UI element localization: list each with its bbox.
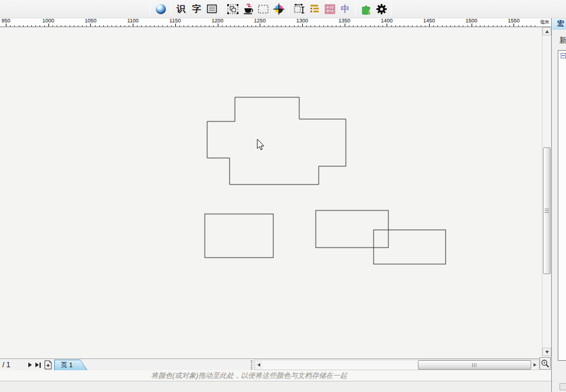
ruler-tick [213,25,214,27]
ruler-tick [509,25,510,27]
dimension-icon [294,4,305,14]
toolbar-separator [391,2,392,15]
thumb-grip-icon [472,363,477,367]
ruler-tick [243,25,244,27]
globe-button[interactable] [153,2,168,16]
color-wheel-button[interactable] [271,2,286,16]
ruler-tick [273,25,273,27]
page-tab[interactable]: 页 1 [54,360,87,370]
ruler-tick [137,25,138,27]
document-palette-strip[interactable] [0,381,551,392]
ruler-tick [450,25,451,27]
ruler-tick [531,25,531,27]
ruler-tick [412,25,413,27]
mouse-cursor [257,139,264,150]
recognize-button[interactable]: 识 [174,2,189,16]
ruler-tick [103,25,104,27]
list-options-button[interactable] [307,2,322,16]
ruler-tick [323,25,324,27]
center-char-button[interactable]: 中 [338,2,353,16]
ruler-tick [74,25,74,27]
ruler-tick [44,25,45,27]
settings-button[interactable] [374,2,389,16]
scroll-up-button[interactable] [542,27,551,35]
ruler-tick [40,25,40,27]
numbered-grid-icon: 3 4 1 5 [325,4,335,14]
ruler-tick [391,25,392,27]
arrow-right-icon [534,363,536,367]
ruler-tick [226,25,227,27]
ruler-tick [116,25,116,27]
ruler-tick [535,25,535,27]
toolbar-separator [171,2,171,15]
marquee-button[interactable] [256,2,271,16]
ruler-tick [365,25,366,27]
ruler-tick [370,25,371,27]
ruler-tick [467,25,468,27]
ruler-tick [238,25,239,27]
ruler-tick [48,24,49,27]
magnifier-icon [541,359,549,368]
ruler-tick [205,25,205,27]
ruler-tick [57,25,57,27]
ruler-tick [285,25,286,27]
drawing-canvas[interactable] [0,27,542,358]
docker-title[interactable]: 宏 [552,18,566,29]
pagebar-splitter[interactable] [251,360,253,370]
ruler-tick [27,25,28,27]
numbered-grid-button[interactable]: 3 4 1 5 [322,2,338,16]
ruler-tick [513,24,514,27]
ruler-tick [387,24,387,27]
vertical-scroll-thumb[interactable] [543,147,551,274]
ruler-tick [488,25,489,27]
ruler-tick [19,25,19,27]
ruler-tick [222,25,223,27]
vertical-scrollbar[interactable] [542,27,551,356]
tree-collapse-icon[interactable] [561,53,566,58]
scroll-right-button[interactable] [531,360,539,370]
docker-partial-button[interactable] [560,383,566,390]
ruler-tick [162,25,163,27]
rectangle-2[interactable] [316,210,388,248]
horizontal-scrollbar[interactable] [254,360,539,370]
page-indicator: / 1 [2,361,10,369]
scroll-down-button[interactable] [542,348,551,356]
document-list-button[interactable] [204,2,220,16]
plugin-button[interactable] [358,2,374,16]
center-char-icon: 中 [341,4,350,15]
h-ruler[interactable]: 9501000105011001150120012501300135014001… [0,18,551,27]
thumb-grip-icon [545,209,549,213]
last-page-button[interactable] [34,361,42,369]
ruler-tick [408,25,408,27]
ruler-tick [400,25,400,27]
ruler-tick [361,25,362,27]
rectangle-3[interactable] [374,230,446,264]
group-select-button[interactable] [225,2,240,16]
ruler-tick [336,25,336,27]
scroll-left-button[interactable] [255,360,263,370]
horizontal-scroll-thumb[interactable] [418,360,531,370]
dimension-button[interactable] [292,2,307,16]
ruler-tick [353,25,354,27]
coffee-button[interactable] [240,2,256,16]
ruler-tick [378,25,379,27]
add-page-button[interactable] [44,360,53,370]
arrow-left-icon [257,363,260,367]
marquee-icon [258,5,269,14]
next-page-button[interactable] [26,361,34,369]
ruler-tick [150,25,151,27]
ruler-tick [294,25,295,27]
zoom-tool-button[interactable] [539,357,551,370]
ruler-tick [23,25,24,27]
ruler-tick-label: 1550 [508,18,519,24]
stepped-polygon[interactable] [207,97,346,185]
svg-text:1: 1 [328,9,329,12]
rectangle-1[interactable] [205,214,273,258]
ruler-tick [61,25,61,27]
last-page-icon [35,363,39,367]
macro-tree-view[interactable] [558,50,566,361]
character-button[interactable]: 字 [189,2,204,16]
ruler-tick [417,25,417,27]
docker-toolbar-label: 新 [560,35,566,45]
ruler-tick [234,25,235,27]
